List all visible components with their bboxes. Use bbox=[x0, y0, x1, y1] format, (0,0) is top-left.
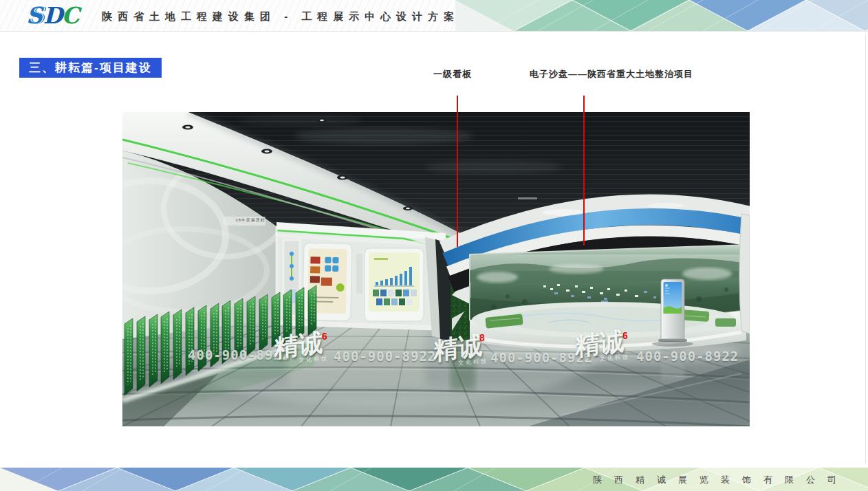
logo-letter-d: D bbox=[43, 1, 63, 30]
watermark-digit: 8 bbox=[479, 332, 485, 343]
exhibition-hall-render: 38年发展历程 400-900-8922 精诚 文化科技 6 400-900-8… bbox=[122, 112, 750, 426]
watermark-digit: 6 bbox=[622, 330, 628, 341]
wall-sign-development-history: 38年发展历程 bbox=[223, 217, 278, 223]
company-logo: S D C bbox=[26, 1, 80, 30]
callout-line-sandtable bbox=[583, 96, 585, 246]
watermark-phone: 400-900-8922 bbox=[636, 349, 739, 364]
watermark-brand-subtext: 文化科技 bbox=[600, 353, 631, 362]
watermark-digit: 6 bbox=[322, 331, 327, 342]
watermark-brand-subtext: 文化科技 bbox=[299, 354, 329, 364]
display-chart-screen bbox=[365, 248, 424, 321]
logo-letter-c: C bbox=[61, 1, 79, 30]
header-bar: S D C 陕西省土地工程建设集团 - 工程展示中心设计方案 bbox=[0, 0, 868, 32]
render-scene bbox=[122, 112, 750, 426]
callout-label-sandtable: 电子沙盘——陕西省重大土地整治项目 bbox=[530, 68, 693, 80]
watermark-brand-subtext: 文化科技 bbox=[458, 357, 489, 367]
watermark-phone: 400-900-8922 bbox=[334, 349, 436, 364]
logo-letter-s: S bbox=[26, 1, 43, 30]
footer-company-name: 陕西精诚展览装饰有限公司 bbox=[593, 468, 849, 491]
section-title-badge: 三、耕耘篇-项目建设 bbox=[19, 58, 162, 78]
design-proposal-page: S D C 陕西省土地工程建设集团 - 工程展示中心设计方案 三、耕耘篇-项目建… bbox=[0, 0, 868, 491]
callout-line-board bbox=[457, 96, 458, 247]
right-wall-column bbox=[739, 214, 750, 334]
page-edge-line bbox=[865, 34, 866, 463]
header-triangle-pattern bbox=[455, 0, 868, 31]
callout-label-board: 一级看板 bbox=[433, 68, 472, 80]
watermark-brand-logo: 精诚 文化科技 bbox=[433, 334, 495, 371]
header-title: 陕西省土地工程建设集团 - 工程展示中心设计方案 bbox=[102, 0, 459, 31]
footer-bar: 陕西精诚展览装饰有限公司 bbox=[0, 468, 868, 491]
